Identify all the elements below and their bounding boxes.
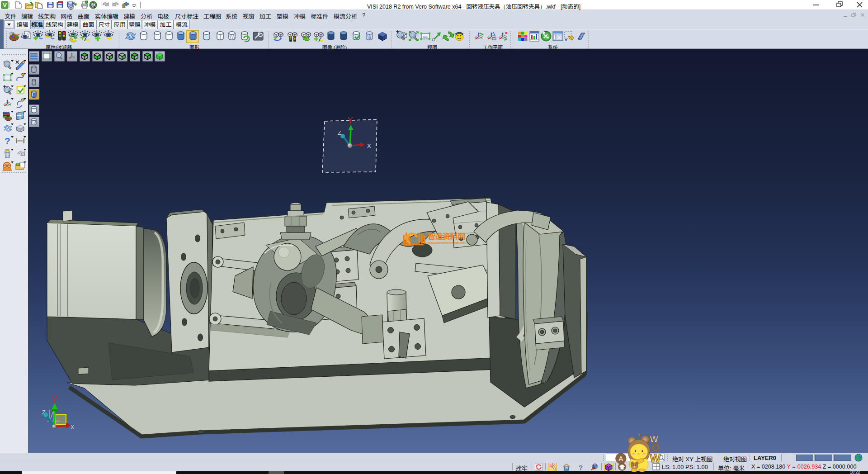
svg-text:智造资料网: 智造资料网 [428, 230, 465, 242]
svg-text:V: V [3, 2, 7, 9]
svg-text:Z: Z [338, 129, 341, 136]
svg-text:1:1: 1:1 [423, 35, 428, 39]
svg-text:W: W [650, 452, 661, 465]
svg-text:INTELLIGENT MANUFACTURING DATA: INTELLIGENT MANUFACTURING DATA [428, 242, 466, 244]
svg-text:Z: Z [42, 409, 45, 416]
svg-text:X: X [367, 142, 371, 149]
svg-text:?: ? [5, 136, 10, 146]
svg-text:X: X [71, 424, 74, 431]
svg-text:A: A [619, 455, 623, 462]
